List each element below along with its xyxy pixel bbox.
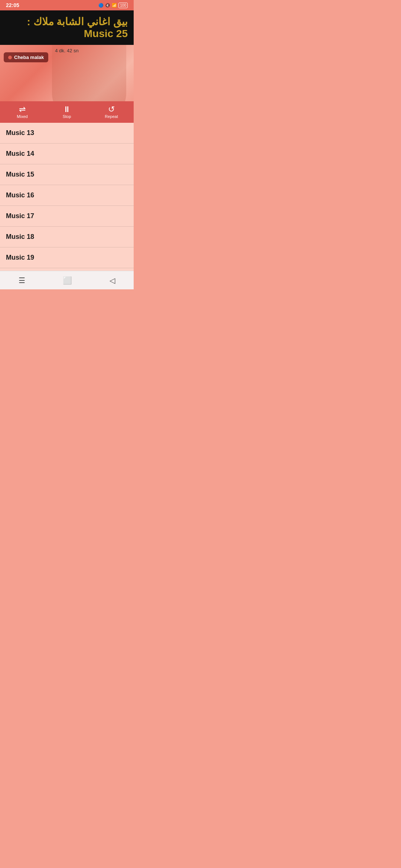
status-icons: 🔵 🔇 📶 100 xyxy=(98,3,128,8)
music-item-label: Music 19 xyxy=(6,254,34,262)
header-banner: بيق اغاني الشابة ملاك : Music 25 xyxy=(0,10,134,45)
list-item[interactable]: Music 13 xyxy=(0,123,134,144)
menu-icon: ☰ xyxy=(19,276,25,285)
shuffle-button[interactable]: ⇌ Mixed xyxy=(0,101,45,123)
shuffle-label: Mixed xyxy=(17,114,27,119)
list-item[interactable]: Music 18 xyxy=(0,227,134,247)
status-time: 22:05 xyxy=(6,2,19,8)
home-button[interactable]: ⬜ xyxy=(55,273,79,288)
list-item[interactable]: Music 17 xyxy=(0,206,134,227)
back-icon: ◁ xyxy=(110,276,115,285)
music-list: Music 13Music 14Music 15Music 16Music 17… xyxy=(0,123,134,279)
music-item-label: Music 16 xyxy=(6,191,34,199)
stop-button[interactable]: ⏸ Stop xyxy=(45,101,89,123)
status-bar: 22:05 🔵 🔇 📶 100 xyxy=(0,0,134,10)
back-button[interactable]: ◁ xyxy=(102,273,123,288)
player-area: 4 dk. 42 sn Cheba malak ⇌ Mixed ⏸ Stop ↺… xyxy=(0,45,134,123)
music-item-label: Music 17 xyxy=(6,212,34,220)
player-controls: ⇌ Mixed ⏸ Stop ↺ Repeat xyxy=(0,101,134,123)
music-item-label: Music 18 xyxy=(6,233,34,241)
list-item[interactable]: Music 15 xyxy=(0,164,134,185)
music-item-label: Music 13 xyxy=(6,129,34,137)
signal-icon: 📶 xyxy=(112,3,117,8)
repeat-button[interactable]: ↺ Repeat xyxy=(89,101,134,123)
navigation-bar: ☰ ⬜ ◁ xyxy=(0,271,134,289)
list-item[interactable]: Music 19 xyxy=(0,247,134,268)
music-item-label: Music 14 xyxy=(6,150,34,158)
pause-icon: ⏸ xyxy=(63,105,71,114)
app-title: بيق اغاني الشابة ملاك : Music 25 xyxy=(6,16,128,40)
duration-display: 4 dk. 42 sn xyxy=(55,48,79,53)
list-item[interactable]: Music 16 xyxy=(0,185,134,206)
menu-button[interactable]: ☰ xyxy=(11,273,33,288)
artist-card: Cheba malak xyxy=(4,52,48,62)
list-item[interactable]: Music 14 xyxy=(0,144,134,164)
music-item-label: Music 15 xyxy=(6,171,34,178)
artist-name: Cheba malak xyxy=(14,55,44,60)
repeat-icon: ↺ xyxy=(108,105,115,114)
home-icon: ⬜ xyxy=(63,276,72,285)
shuffle-icon: ⇌ xyxy=(19,105,26,114)
battery-indicator: 100 xyxy=(118,3,128,8)
recording-dot xyxy=(8,56,12,59)
stop-label: Stop xyxy=(63,114,71,119)
bluetooth-icon: 🔵 xyxy=(98,3,104,8)
repeat-label: Repeat xyxy=(105,114,118,119)
mute-icon: 🔇 xyxy=(105,3,110,8)
